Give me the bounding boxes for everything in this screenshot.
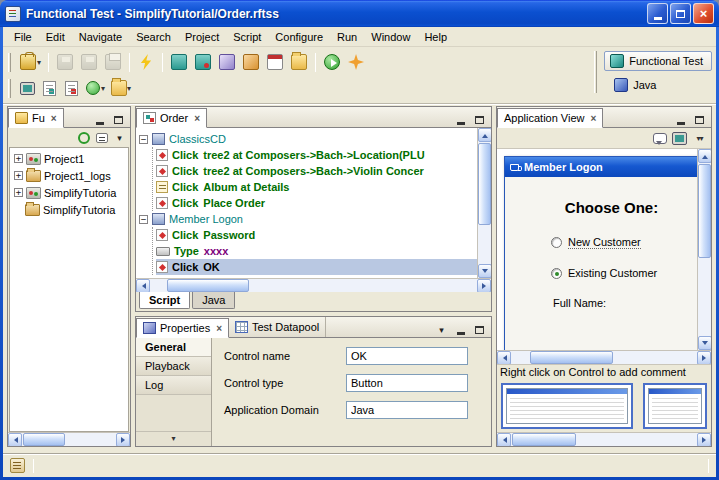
- side-tab-playback[interactable]: Playback: [136, 357, 211, 376]
- open-resource-dropdown[interactable]: ▾: [127, 84, 131, 93]
- tab-java[interactable]: Java: [192, 292, 235, 309]
- minimize-view-button[interactable]: [673, 112, 688, 127]
- maximize-view-button[interactable]: [111, 112, 126, 127]
- java-perspective-button[interactable]: Java: [604, 75, 665, 95]
- order-tab[interactable]: Order ×: [136, 108, 207, 128]
- expander-icon[interactable]: −: [139, 215, 148, 224]
- menu-item-script[interactable]: Script: [226, 28, 268, 46]
- script-action-row[interactable]: Type xxxx: [156, 243, 477, 259]
- refresh-button[interactable]: [76, 130, 91, 145]
- tree-item-project1-logs[interactable]: + Project1_logs: [10, 167, 128, 184]
- application-domain-input[interactable]: [346, 401, 468, 419]
- script-action-row[interactable]: Click tree2 at Composers->Bach->Location…: [156, 147, 477, 163]
- close-view-icon[interactable]: ×: [49, 113, 57, 124]
- scroll-thumb[interactable]: [512, 433, 576, 446]
- scroll-track[interactable]: [478, 143, 491, 263]
- menu-item-edit[interactable]: Edit: [39, 28, 72, 46]
- close-view-icon[interactable]: ×: [589, 113, 597, 124]
- save-button[interactable]: [53, 50, 77, 74]
- projects-horizontal-scrollbar[interactable]: [8, 432, 130, 446]
- snapshot-horizontal-scrollbar[interactable]: [497, 350, 711, 364]
- view-menu-button[interactable]: ▾: [434, 322, 449, 337]
- side-tab-log[interactable]: Log: [136, 376, 211, 395]
- snapshot-vertical-scrollbar[interactable]: [697, 149, 711, 350]
- script-page-button[interactable]: [38, 77, 60, 99]
- editor-vertical-scrollbar[interactable]: [477, 128, 491, 278]
- scroll-up-button[interactable]: [478, 128, 491, 142]
- minimize-view-button[interactable]: [92, 112, 107, 127]
- view-menu-button[interactable]: ▾: [112, 130, 127, 145]
- print-button[interactable]: [101, 50, 125, 74]
- scroll-down-button[interactable]: [478, 264, 491, 278]
- more-tabs-button[interactable]: ▾: [136, 431, 211, 446]
- thumbnails-horizontal-scrollbar[interactable]: [497, 432, 711, 446]
- script-group-row[interactable]: − Member Logon: [139, 211, 477, 227]
- scroll-track[interactable]: [512, 351, 696, 364]
- scroll-thumb[interactable]: [698, 164, 711, 258]
- statusbar-task-icon[interactable]: [10, 458, 25, 473]
- snapshot-thumbnail[interactable]: [643, 383, 707, 429]
- snapshot-thumbnail[interactable]: [501, 383, 633, 429]
- script-action-row-selected[interactable]: Click OK: [156, 259, 477, 275]
- maximize-view-button[interactable]: [472, 112, 487, 127]
- menu-item-window[interactable]: Window: [364, 28, 417, 46]
- expander-icon[interactable]: +: [14, 171, 23, 180]
- radio-existing-customer[interactable]: Existing Customer: [551, 267, 697, 279]
- tree-item-project1[interactable]: + Project1: [10, 150, 128, 167]
- run-script-button[interactable]: [320, 50, 344, 74]
- scroll-down-button[interactable]: [698, 336, 711, 350]
- radio-new-customer[interactable]: New Customer: [551, 236, 697, 249]
- script-action-row[interactable]: Click Album at Details: [156, 179, 477, 195]
- functional-test-perspective-button[interactable]: Functional Test: [604, 51, 712, 71]
- scroll-thumb[interactable]: [167, 279, 248, 292]
- scroll-up-button[interactable]: [698, 149, 711, 163]
- menu-item-help[interactable]: Help: [417, 28, 454, 46]
- maximize-view-button[interactable]: [692, 112, 707, 127]
- maximize-view-button[interactable]: [472, 322, 487, 337]
- menu-item-file[interactable]: File: [7, 28, 39, 46]
- minimize-view-button[interactable]: [453, 112, 468, 127]
- scroll-left-button[interactable]: [497, 351, 511, 365]
- save-all-button[interactable]: [77, 50, 101, 74]
- toolbar-grip[interactable]: [8, 53, 11, 72]
- tab-application-view[interactable]: Application View ×: [497, 108, 603, 128]
- scroll-thumb[interactable]: [530, 351, 613, 364]
- insert-recording-button[interactable]: [191, 50, 215, 74]
- menu-item-run[interactable]: Run: [330, 28, 364, 46]
- script-action-row[interactable]: Click Place Order: [156, 195, 477, 211]
- maximize-button[interactable]: [670, 3, 691, 24]
- expander-icon[interactable]: −: [139, 135, 148, 144]
- scroll-thumb[interactable]: [478, 143, 491, 225]
- scroll-right-button[interactable]: [116, 433, 130, 447]
- minimize-view-button[interactable]: [453, 322, 468, 337]
- application-snapshot[interactable]: Member Logon Choose One: New Customer: [497, 149, 697, 350]
- verification-point-button[interactable]: [215, 50, 239, 74]
- menu-item-project[interactable]: Project: [178, 28, 226, 46]
- comment-button[interactable]: [652, 131, 667, 146]
- open-folder-button[interactable]: [287, 50, 311, 74]
- scroll-left-button[interactable]: [136, 279, 150, 293]
- tree-item-simplifytutorial[interactable]: + SimplifyTutoria: [10, 184, 128, 201]
- tree-item-simplifytutorial-logs[interactable]: SimplifyTutoria: [10, 201, 128, 218]
- scroll-right-button[interactable]: [697, 351, 711, 365]
- menu-item-configure[interactable]: Configure: [268, 28, 330, 46]
- close-editor-icon[interactable]: ×: [192, 113, 200, 124]
- tab-test-datapool[interactable]: Test Datapool: [229, 317, 326, 337]
- launch-button[interactable]: [134, 50, 158, 74]
- new-script-dropdown[interactable]: ▾: [37, 58, 41, 67]
- scroll-track[interactable]: [698, 164, 711, 335]
- minimize-button[interactable]: [647, 3, 668, 24]
- close-button[interactable]: ×: [693, 3, 714, 24]
- window-titlebar[interactable]: Functional Test - SimplifyTutorial/Order…: [0, 0, 719, 27]
- projects-tab[interactable]: Fu ×: [8, 108, 64, 128]
- scroll-track[interactable]: [151, 279, 476, 292]
- scroll-track[interactable]: [23, 433, 115, 446]
- insert-test-object-button[interactable]: [239, 50, 263, 74]
- scroll-track[interactable]: [512, 433, 696, 446]
- editor-horizontal-scrollbar[interactable]: [136, 278, 491, 292]
- tab-properties[interactable]: Properties ×: [136, 318, 229, 338]
- scroll-left-button[interactable]: [497, 433, 511, 447]
- screen-capture-button[interactable]: [672, 131, 687, 146]
- expander-icon[interactable]: +: [14, 188, 23, 197]
- perspective-bar-grip[interactable]: [594, 51, 597, 93]
